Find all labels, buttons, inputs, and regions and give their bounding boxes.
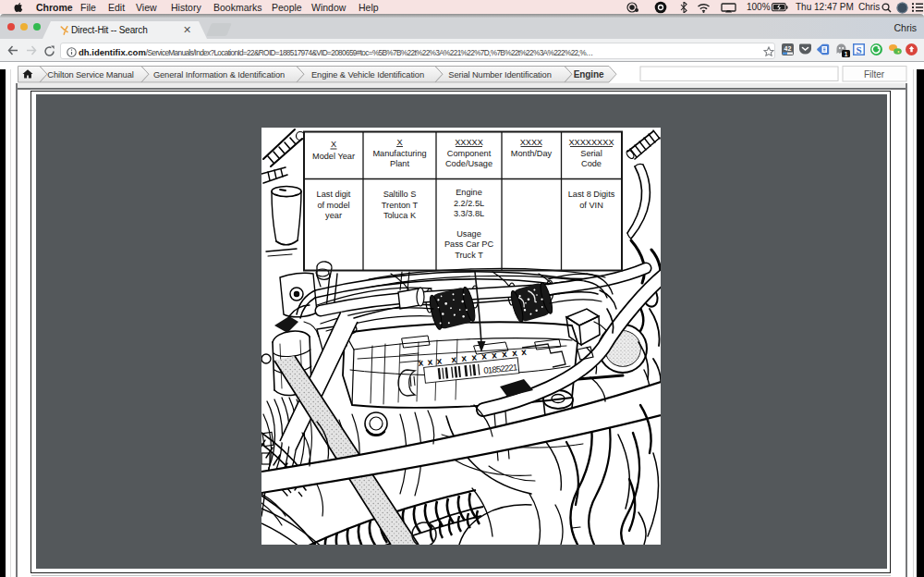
svg-text:42: 42 <box>784 45 792 52</box>
svg-text:Serial Number Identification: Serial Number Identification <box>448 70 551 80</box>
svg-text:Code/Usage: Code/Usage <box>445 159 492 168</box>
svg-text:x: x <box>492 350 498 361</box>
svg-text:x: x <box>451 354 457 365</box>
svg-text:Saltillo S: Saltillo S <box>383 190 417 199</box>
svg-text:Model Year: Model Year <box>312 152 355 161</box>
svg-text:Manufacturing: Manufacturing <box>372 149 426 158</box>
svg-text:Component: Component <box>447 149 492 158</box>
svg-text:x: x <box>436 355 443 366</box>
svg-text:x: x <box>418 357 424 368</box>
svg-text:2.2/2.5L: 2.2/2.5L <box>454 199 484 208</box>
svg-text:x: x <box>461 353 468 364</box>
svg-text:x: x <box>502 349 508 360</box>
svg-text:of model: of model <box>317 201 349 210</box>
svg-text:Chilton Service Manual: Chilton Service Manual <box>47 70 133 80</box>
svg-text:X: X <box>331 140 336 149</box>
svg-text:x: x <box>481 350 488 362</box>
svg-text:Pass Car PC: Pass Car PC <box>444 239 493 249</box>
svg-text:X: X <box>396 138 402 147</box>
svg-text:XXXX: XXXX <box>520 138 543 147</box>
svg-text:Code: Code <box>581 159 602 168</box>
svg-text:XXXXX: XXXXX <box>455 138 483 147</box>
svg-text:Usage: Usage <box>456 229 481 239</box>
svg-text:General Information & Identifi: General Information & Identification <box>153 70 285 80</box>
svg-text:Plant: Plant <box>390 159 409 168</box>
svg-text:Engine: Engine <box>456 188 482 197</box>
svg-text:Truck T: Truck T <box>455 251 483 260</box>
svg-text:S: S <box>856 44 861 55</box>
svg-text:Toluca K: Toluca K <box>383 211 417 220</box>
svg-text:Serial: Serial <box>580 149 602 158</box>
svg-text:Engine: Engine <box>574 69 604 80</box>
svg-text:Filter: Filter <box>864 69 885 80</box>
svg-text:Engine & Vehicle Identificatio: Engine & Vehicle Identification <box>311 70 424 80</box>
svg-text:year: year <box>325 211 342 220</box>
svg-text:XXXXXXXX: XXXXXXXX <box>568 138 614 147</box>
svg-text:of VIN: of VIN <box>579 201 603 210</box>
svg-text:3.3/3.8L: 3.3/3.8L <box>454 209 484 218</box>
svg-text:1: 1 <box>845 51 848 57</box>
svg-text:Trenton T: Trenton T <box>382 201 419 210</box>
svg-text:x: x <box>427 356 433 367</box>
svg-text:Last digit: Last digit <box>317 190 351 199</box>
svg-text:Last 8 Digits: Last 8 Digits <box>568 190 615 199</box>
svg-text:Month/Day: Month/Day <box>511 149 553 158</box>
